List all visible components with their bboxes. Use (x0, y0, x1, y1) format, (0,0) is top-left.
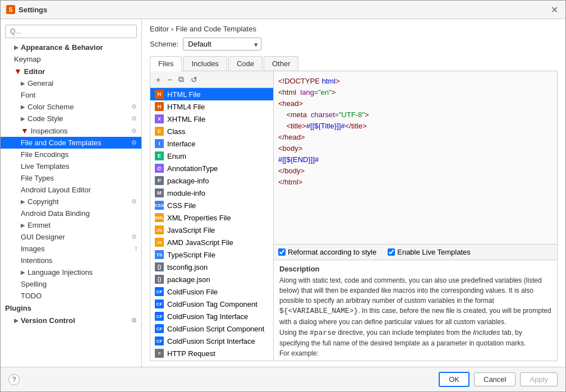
reformat-checkbox[interactable] (278, 248, 286, 256)
cf-file-icon: CF (155, 287, 164, 296)
settings-icon: ⚙ (131, 115, 137, 122)
bottom-bar-left: ? (8, 374, 434, 385)
list-item[interactable]: I Interface (150, 137, 273, 150)
sidebar-label: Appearance & Behavior (21, 43, 103, 52)
tab-code[interactable]: Code (228, 56, 263, 71)
reformat-checkbox-row[interactable]: Reformat according to style (278, 248, 376, 256)
sidebar-item-editor[interactable]: ▼ Editor (1, 65, 141, 77)
sidebar-item-font[interactable]: Font (1, 89, 141, 101)
sidebar-item-androiddatabinding[interactable]: Android Data Binding (1, 207, 141, 219)
expand-arrow: ▼ (14, 67, 22, 76)
scheme-select[interactable]: Default Project (183, 38, 261, 50)
ok-button[interactable]: OK (439, 372, 470, 387)
sidebar-label: Copyright (27, 197, 59, 206)
file-item-label: tsconfig.json (167, 263, 208, 271)
cf-script-icon: CF (155, 324, 164, 333)
settings-icon: ⚙ (131, 317, 137, 324)
sidebar-item-keymap[interactable]: Keymap (1, 53, 141, 65)
expand-arrow: ▶ (14, 44, 19, 50)
list-item[interactable]: E Enum (150, 150, 273, 162)
sidebar-item-images[interactable]: Images ! (1, 243, 141, 255)
sidebar-item-versioncontrol[interactable]: ▶ Version Control ⚙ (1, 315, 141, 326)
sidebar-label: Images (21, 245, 45, 253)
apply-button[interactable]: Apply (520, 372, 558, 386)
sidebar-item-emmet[interactable]: ▶ Emmet (1, 219, 141, 231)
sidebar-item-general[interactable]: ▶ General (1, 77, 141, 89)
file-item-label: package-info (167, 177, 209, 185)
close-button[interactable]: ✕ (549, 4, 560, 15)
bottom-bar: ? OK Cancel Apply (1, 367, 565, 391)
cf-script-interface-icon: CF (155, 336, 164, 345)
sidebar-label: GUI Designer (21, 233, 65, 241)
sidebar-item-codestyle[interactable]: ▶ Code Style ⚙ (1, 113, 141, 124)
sidebar-item-languageinjections[interactable]: ▶ Language Injections (1, 266, 141, 278)
list-item[interactable]: {} tsconfig.json (150, 261, 273, 273)
sidebar-item-guidesigner[interactable]: GUI Designer ⚙ (1, 231, 141, 243)
sidebar-label: Android Layout Editor (21, 186, 91, 194)
sidebar-label: Android Data Binding (21, 209, 90, 218)
list-item[interactable]: H HTML4 File (150, 100, 273, 113)
content-area: + − ⧉ ↺ H HTML File H HTML4 File (150, 71, 558, 361)
list-item[interactable]: CF ColdFusion Tag Component (150, 298, 273, 310)
sidebar-item-fileencodings[interactable]: File Encodings (1, 149, 141, 160)
remove-template-button[interactable]: − (165, 74, 174, 85)
tab-other[interactable]: Other (264, 56, 299, 71)
list-item[interactable]: X XHTML File (150, 113, 273, 125)
sidebar-item-filecodetemplates[interactable]: File and Code Templates ⚙ (1, 137, 141, 149)
list-item[interactable]: CSS CSS File (150, 199, 273, 211)
file-item-label: module-info (167, 189, 205, 197)
list-item[interactable]: {} package.json (150, 273, 273, 285)
search-input[interactable] (5, 25, 137, 38)
list-item[interactable]: JS JavaScript File (150, 224, 273, 236)
list-item[interactable]: CF ColdFusion File (150, 285, 273, 298)
list-item[interactable]: P package-info (150, 174, 273, 187)
title-bar: S Settings ✕ (1, 1, 565, 19)
sidebar-label: File Encodings (21, 150, 68, 159)
sidebar-item-copyright[interactable]: ▶ Copyright ⚙ (1, 196, 141, 207)
xml-file-icon: XML (155, 213, 164, 222)
add-template-button[interactable]: + (154, 74, 163, 85)
list-item[interactable]: TS TypeScript File (150, 248, 273, 261)
code-editor[interactable]: <!DOCTYPE html> <html lang="en"> <head> … (274, 71, 557, 244)
live-templates-checkbox-row[interactable]: Enable Live Templates (388, 248, 471, 256)
reset-template-button[interactable]: ↺ (188, 74, 200, 85)
sidebar-item-filetypes[interactable]: File Types (1, 172, 141, 184)
sidebar-item-colorscheme[interactable]: ▶ Color Scheme ⚙ (1, 101, 141, 113)
sidebar-label: File and Code Templates (21, 139, 102, 147)
sidebar-item-spelling[interactable]: Spelling (1, 278, 141, 290)
sidebar-item-intentions[interactable]: Intentions (1, 255, 141, 266)
js-file-icon: JS (155, 225, 164, 234)
list-item[interactable]: H HTML File (150, 88, 273, 100)
expand-arrow: ▶ (21, 80, 25, 86)
css-file-icon: CSS (155, 201, 164, 210)
tab-includes[interactable]: Includes (183, 56, 227, 71)
sidebar-item-livetemplates[interactable]: Live Templates (1, 160, 141, 172)
section-label: Plugins (5, 304, 31, 312)
list-item[interactable]: CF ColdFusion Tag Interface (150, 310, 273, 322)
list-item[interactable]: JS AMD JavaScript File (150, 236, 273, 248)
list-item[interactable]: CF ColdFusion Script Component (150, 322, 273, 335)
copy-template-button[interactable]: ⧉ (176, 73, 186, 85)
settings-icon: ⚙ (131, 139, 137, 146)
file-item-label: TypeScript File (167, 251, 215, 259)
editor-panel: <!DOCTYPE html> <html lang="en"> <head> … (274, 71, 557, 361)
live-templates-checkbox[interactable] (388, 248, 395, 256)
cancel-button[interactable]: Cancel (474, 372, 516, 386)
list-item[interactable]: C Class (150, 125, 273, 137)
list-item[interactable]: XML XML Properties File (150, 211, 273, 224)
list-item[interactable]: ≡ HTTP Request (150, 347, 273, 359)
help-button[interactable]: ? (8, 374, 20, 385)
sidebar-item-androidlayout[interactable]: Android Layout Editor (1, 184, 141, 196)
html4-file-icon: H (155, 102, 164, 111)
sidebar-item-appearance[interactable]: ▶ Appearance & Behavior (1, 41, 141, 53)
list-item[interactable]: CF ColdFusion Script Interface (150, 335, 273, 347)
tab-files[interactable]: Files (150, 56, 182, 71)
description-text: Along with static text, code and comment… (279, 275, 551, 361)
sidebar-item-todo[interactable]: TODO (1, 290, 141, 302)
expand-arrow: ▶ (21, 269, 25, 275)
list-item[interactable]: G Groovy Class (150, 359, 273, 361)
file-item-label: JavaScript File (167, 226, 215, 234)
list-item[interactable]: @ AnnotationType (150, 162, 273, 174)
list-item[interactable]: M module-info (150, 187, 273, 199)
sidebar-item-inspections[interactable]: ▼ Inspections ⚙ (1, 124, 141, 137)
